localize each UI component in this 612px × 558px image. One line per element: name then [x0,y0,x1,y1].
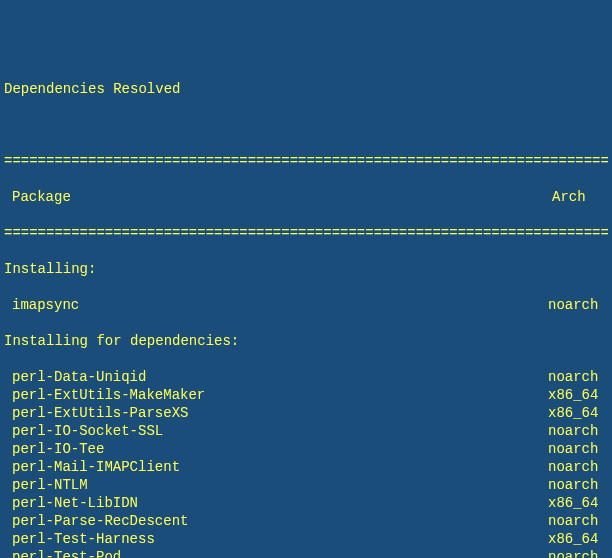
package-arch: noarch [548,422,608,440]
package-arch: x86_64 [548,494,608,512]
package-row: perl-ExtUtils-MakeMakerx86_64 [4,386,608,404]
package-name: perl-Parse-RecDescent [4,512,188,530]
package-arch: noarch [548,512,608,530]
header-row: PackageArch [4,188,608,206]
package-row: perl-Parse-RecDescentnoarch [4,512,608,530]
package-arch: noarch [548,476,608,494]
package-arch: noarch [548,458,608,476]
package-row: perl-Test-Harnessx86_64 [4,530,608,548]
package-name: perl-Test-Harness [4,530,155,548]
dependencies-title: Dependencies Resolved [4,80,608,98]
blank-line [4,116,608,134]
header-arch: Arch [552,188,608,206]
package-row: perl-Mail-IMAPClientnoarch [4,458,608,476]
package-row: perl-Net-LibIDNx86_64 [4,494,608,512]
package-name: perl-Mail-IMAPClient [4,458,180,476]
package-name: perl-ExtUtils-ParseXS [4,404,188,422]
package-arch: x86_64 [548,530,608,548]
divider-top: ========================================… [4,152,608,170]
package-arch: noarch [548,548,608,558]
package-name: perl-Data-Uniqid [4,368,146,386]
package-name: imapsync [4,296,79,314]
package-name: perl-IO-Socket-SSL [4,422,163,440]
divider-header: ========================================… [4,224,608,242]
package-name: perl-ExtUtils-MakeMaker [4,386,205,404]
installing-section: Installing: [4,260,608,278]
package-row: perl-Test-Podnoarch [4,548,608,558]
package-arch: noarch [548,368,608,386]
package-row: perl-ExtUtils-ParseXSx86_64 [4,404,608,422]
deps-list: perl-Data-Uniqidnoarchperl-ExtUtils-Make… [4,368,608,558]
package-row: imapsyncnoarch [4,296,608,314]
package-row: perl-Data-Uniqidnoarch [4,368,608,386]
package-row: perl-NTLMnoarch [4,476,608,494]
package-name: perl-Net-LibIDN [4,494,138,512]
package-arch: noarch [548,296,608,314]
package-arch: x86_64 [548,404,608,422]
package-name: perl-NTLM [4,476,88,494]
installing-deps-section: Installing for dependencies: [4,332,608,350]
package-arch: noarch [548,440,608,458]
package-name: perl-IO-Tee [4,440,104,458]
package-row: perl-IO-Socket-SSLnoarch [4,422,608,440]
package-name: perl-Test-Pod [4,548,121,558]
package-arch: x86_64 [548,386,608,404]
package-row: perl-IO-Teenoarch [4,440,608,458]
header-package: Package [4,188,71,206]
